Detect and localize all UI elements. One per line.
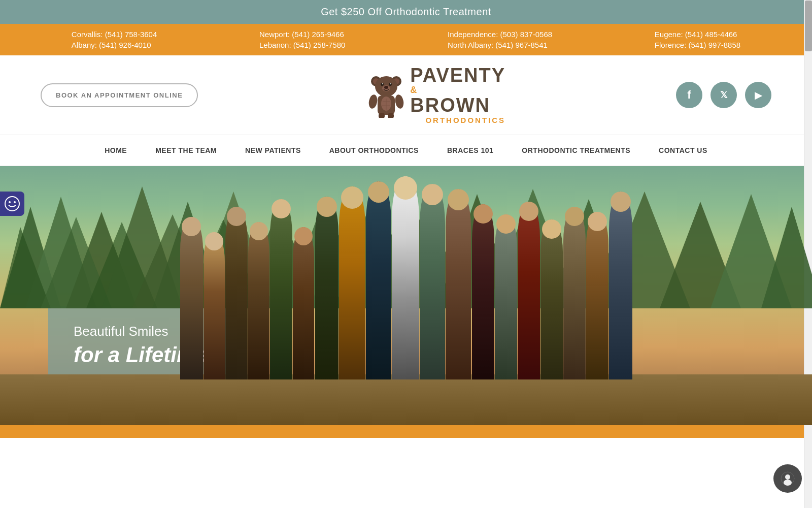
svg-point-10 [384,86,388,89]
nav-contact-us[interactable]: CONTACT US [645,135,722,166]
nav-home[interactable]: HOME [90,135,141,166]
svg-point-7 [382,83,383,84]
contact-eugene[interactable]: Eugene: (541) 485-4466 [655,30,740,39]
logo-brown: BROWN [410,96,505,115]
svg-point-5 [381,83,384,86]
logo-and: & [410,85,417,96]
logo: PAVENTY & BROWN ORTHODONTICS [368,66,505,124]
contact-lebanon[interactable]: Lebanon: (541) 258-7580 [259,41,345,49]
contact-group-newport: Newport: (541) 265-9466 Lebanon: (541) 2… [259,30,345,49]
svg-point-8 [390,83,391,84]
twitter-icon: 𝕏 [720,89,728,101]
nav-new-patients[interactable]: NEW PATIENTS [231,135,315,166]
contact-bar: Corvallis: (541) 758-3604 Albany: (541) … [0,24,812,55]
contact-group-corvallis: Corvallis: (541) 758-3604 Albany: (541) … [72,30,157,49]
contact-florence[interactable]: Florence: (541) 997-8858 [655,41,740,49]
contact-group-eugene: Eugene: (541) 485-4466 Florence: (541) 9… [655,30,740,49]
banner-text: Get $250 Off Orthodontic Treatment [321,6,491,17]
svg-point-6 [389,83,392,86]
navigation: HOME MEET THE TEAM NEW PATIENTS ABOUT OR… [0,135,812,166]
facebook-button[interactable]: f [676,82,702,108]
twitter-button[interactable]: 𝕏 [710,82,737,108]
bear-icon [368,72,404,118]
svg-point-16 [368,94,378,109]
svg-point-17 [394,94,404,109]
top-banner: Get $250 Off Orthodontic Treatment [0,0,812,24]
svg-rect-19 [388,113,394,118]
scrollbar-thumb[interactable] [805,1,812,51]
contact-independence[interactable]: Independence: (503) 837-0568 [448,30,552,39]
svg-rect-18 [379,113,385,118]
contact-group-independence: Independence: (503) 837-0568 North Alban… [448,30,552,49]
nav-orthodontic-treatments[interactable]: ORTHODONTIC TREATMENTS [507,135,645,166]
logo-paventy: PAVENTY [410,66,505,85]
book-appointment-button[interactable]: BOOK AN APPOINTMENT ONLINE [41,83,198,107]
nav-braces-101[interactable]: BRACES 101 [433,135,507,166]
hero-section: Beautiful Smiles for a Lifetime [0,166,812,425]
svg-point-44 [14,201,16,203]
social-icons: f 𝕏 ▶ [676,82,771,108]
bottom-orange-bar [0,425,812,438]
contact-corvallis[interactable]: Corvallis: (541) 758-3604 [72,30,157,39]
svg-point-43 [9,201,11,203]
smile-icon-widget[interactable] [0,192,24,216]
logo-orthodontics: ORTHODONTICS [410,116,505,124]
contact-north-albany[interactable]: North Albany: (541) 967-8541 [448,41,552,49]
youtube-button[interactable]: ▶ [745,82,771,108]
nav-about-orthodontics[interactable]: ABOUT ORTHODONTICS [315,135,433,166]
facebook-icon: f [687,88,691,102]
logo-text: PAVENTY & BROWN ORTHODONTICS [410,66,505,124]
nav-meet-the-team[interactable]: MEET THE TEAM [141,135,231,166]
contact-newport[interactable]: Newport: (541) 265-9466 [259,30,345,39]
header: BOOK AN APPOINTMENT ONLINE [0,55,812,135]
contact-albany[interactable]: Albany: (541) 926-4010 [72,41,157,49]
youtube-icon: ▶ [755,89,762,101]
svg-point-42 [5,197,19,211]
